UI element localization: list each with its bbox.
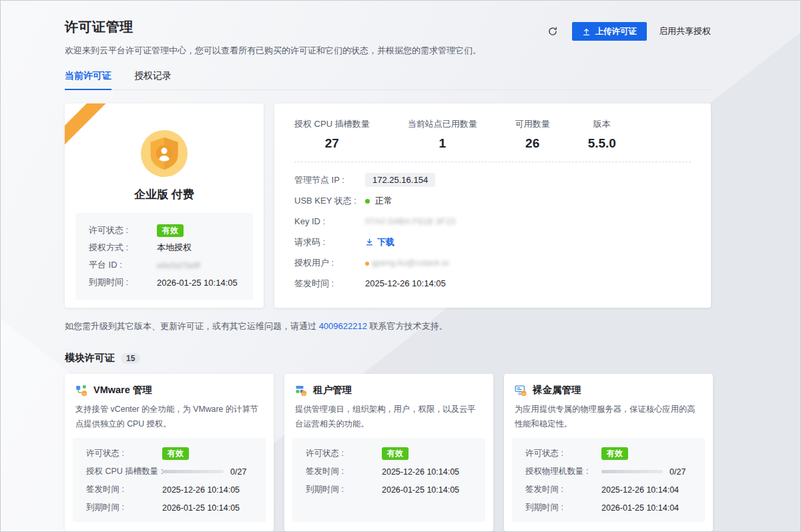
- stat-label: 当前站点已用数量: [408, 118, 477, 130]
- licensed-user-text: qpeng.liu@cstack.io: [371, 258, 449, 268]
- info-row: 管理节点 IP :172.25.16.154: [294, 170, 691, 190]
- license-status-badge: 有效: [157, 224, 184, 237]
- licensed-user-value: qpeng.liu@cstack.io: [365, 258, 449, 268]
- upload-icon: [582, 27, 591, 36]
- row-label: 平台 ID :: [89, 259, 157, 271]
- row-label: 授权 CPU 插槽数量 :: [86, 466, 162, 477]
- row-label: 签发时间 :: [525, 484, 601, 495]
- info-row: 请求码 :下载: [294, 232, 691, 252]
- stat-label: 版本: [588, 118, 616, 130]
- page-title: 许可证管理: [65, 18, 481, 36]
- info-row: 签发时间 :2025-12-26 10:14:04: [525, 481, 692, 499]
- stat-label: 授权 CPU 插槽数量: [294, 118, 370, 130]
- module-title: 裸金属管理: [533, 384, 581, 396]
- expire-time-value: 2026-01-25 10:14:05: [382, 485, 459, 495]
- module-title: 租户管理: [313, 384, 352, 396]
- module-card-baremetal: 裸金属管理为应用提供专属的物理服务器，保证核心应用的高性能和稳定性。许可状态 :…: [504, 374, 713, 531]
- progress-value: 0/27: [230, 467, 246, 477]
- license-status-badge: 有效: [601, 447, 628, 460]
- row-label: 到期时间 :: [306, 484, 382, 495]
- progress-bar: [601, 470, 663, 473]
- row-label: 管理节点 IP :: [294, 174, 365, 186]
- tab-bar: 当前许可证 授权记录: [65, 70, 711, 90]
- info-row: 签发时间 :2025-12-26 10:14:05: [306, 463, 472, 481]
- cpu-socket-usage: 0/27: [162, 467, 246, 477]
- expire-time-value: 2026-01-25 10:14:05: [162, 503, 240, 513]
- refresh-icon[interactable]: [545, 24, 560, 39]
- row-label: 授权方式 :: [89, 242, 157, 254]
- license-management-page: 许可证管理 欢迎来到云平台许可证管理中心，您可以查看所有已购买的许可证和它们的状…: [0, 0, 801, 532]
- support-note-text: 联系官方技术支持。: [367, 321, 448, 331]
- info-row: 授权方式 :本地授权: [89, 239, 240, 256]
- baremetal-module-icon: [515, 384, 527, 396]
- usb-key-status-value: 正常: [365, 195, 392, 207]
- row-label: 到期时间 :: [89, 276, 157, 288]
- module-card-tenant: 租户管理提供管理项目，组织架构，用户，权限，以及云平台运营相关的功能。许可状态 …: [284, 374, 493, 531]
- row-label: 到期时间 :: [86, 502, 162, 513]
- stat-value: 27: [294, 136, 370, 151]
- row-label: 到期时间 :: [525, 502, 601, 513]
- row-label: 签发时间 :: [306, 466, 382, 477]
- row-label: 许可状态 :: [86, 448, 162, 459]
- info-row: 许可状态 :有效: [89, 222, 240, 239]
- license-stats: 授权 CPU 插槽数量27当前站点已用数量1可用数量26版本5.5.0: [294, 118, 691, 151]
- progress-bar: [162, 470, 224, 473]
- stat-value: 5.5.0: [588, 136, 616, 151]
- module-card-list: VMware 管理支持接管 vCenter 的全功能，为 VMware 的计算节…: [65, 374, 711, 531]
- dashed-divider: [294, 162, 691, 162]
- modules-section-header: 模块许可证 15: [65, 352, 711, 364]
- tab-auth-records[interactable]: 授权记录: [134, 70, 172, 89]
- key-id-value: 07A0 D4BA F81B 3F23: [365, 216, 455, 226]
- row-label: 授权物理机数量 :: [525, 466, 601, 477]
- edition-title: 企业版 付费: [65, 187, 264, 202]
- stat-value: 1: [408, 136, 477, 151]
- request-code-download-link[interactable]: 下载: [365, 236, 394, 248]
- info-row: USB KEY 状态 :正常: [294, 190, 691, 211]
- download-icon: [365, 238, 374, 246]
- upload-license-label: 上传许可证: [595, 26, 637, 37]
- module-description: 为应用提供专属的物理服务器，保证核心应用的高性能和稳定性。: [515, 403, 702, 432]
- license-status-badge: 有效: [162, 447, 189, 460]
- mgmt-node-ip-value: 172.25.16.154: [365, 173, 435, 187]
- enable-shared-auth-button[interactable]: 启用共享授权: [659, 25, 711, 37]
- row-label: 授权用户 :: [294, 257, 365, 269]
- expire-time-value: 2026-01-25 10:14:05: [157, 278, 238, 288]
- row-label: 请求码 :: [294, 236, 365, 248]
- info-row: 到期时间 :2026-01-25 10:14:05: [89, 274, 240, 291]
- auth-method-value: 本地授权: [157, 242, 192, 254]
- row-label: 签发时间 :: [86, 484, 162, 495]
- license-status-badge: 有效: [382, 447, 409, 460]
- info-row: 到期时间 :2026-01-25 10:14:05: [86, 499, 252, 517]
- info-row: 授权用户 :qpeng.liu@cstack.io: [294, 252, 691, 273]
- info-row: 到期时间 :2026-01-25 10:14:05: [306, 481, 472, 499]
- module-title: VMware 管理: [93, 384, 152, 396]
- row-label: USB KEY 状态 :: [294, 195, 365, 207]
- tab-current-license[interactable]: 当前许可证: [65, 70, 111, 89]
- info-row: 授权物理机数量 :0/27: [525, 463, 692, 481]
- info-row: 许可状态 :有效: [525, 445, 692, 463]
- module-info-box: 许可状态 :有效授权物理机数量 :0/27签发时间 :2025-12-26 10…: [512, 438, 705, 522]
- row-label: 签发时间 :: [294, 278, 365, 290]
- expire-time-value: 2026-01-25 10:14:04: [601, 503, 679, 513]
- stat-current-site-used: 当前站点已用数量1: [408, 118, 477, 151]
- stat-available: 可用数量26: [515, 118, 550, 151]
- module-info-box: 许可状态 :有效签发时间 :2025-12-26 10:14:05到期时间 :2…: [292, 438, 485, 522]
- upload-license-button[interactable]: 上传许可证: [572, 22, 647, 41]
- info-row: 签发时间 :2025-12-26 10:14:05: [86, 481, 252, 499]
- issue-time-value: 2025-12-26 10:14:04: [601, 485, 679, 495]
- support-phone-link[interactable]: 4009622212: [319, 321, 367, 331]
- license-summary-card: 授权 CPU 插槽数量27当前站点已用数量1可用数量26版本5.5.0 管理节点…: [274, 103, 711, 308]
- info-row: 授权 CPU 插槽数量 :0/27: [86, 463, 252, 481]
- progress-value: 0/27: [670, 467, 686, 477]
- modules-count-badge: 15: [121, 353, 140, 364]
- row-label: 许可状态 :: [525, 448, 601, 459]
- info-row: 平台 ID :e6e5d7bdff: [89, 256, 240, 274]
- status-ok-dot: [365, 199, 370, 204]
- module-description: 支持接管 vCenter 的全功能，为 VMware 的计算节点提供独立的 CP…: [75, 403, 263, 432]
- module-info-box: 许可状态 :有效授权 CPU 插槽数量 :0/27签发时间 :2025-12-2…: [73, 438, 266, 522]
- page-description: 欢迎来到云平台许可证管理中心，您可以查看所有已购买的许可证和它们的状态，并根据您…: [65, 45, 481, 57]
- module-title-row: 裸金属管理: [515, 384, 702, 396]
- license-detail-rows: 管理节点 IP :172.25.16.154USB KEY 状态 :正常Key …: [294, 170, 691, 294]
- module-description: 提供管理项目，组织架构，用户，权限，以及云平台运营相关的功能。: [295, 403, 483, 432]
- info-row: 许可状态 :有效: [86, 445, 252, 463]
